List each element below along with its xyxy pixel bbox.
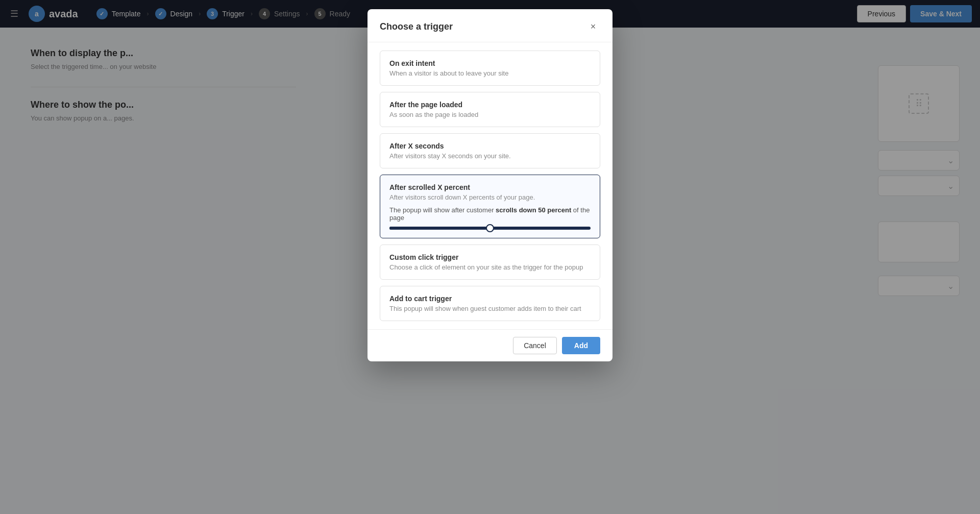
trigger-slider-label: The popup will show after customer scrol…	[389, 206, 591, 222]
modal-header: Choose a trigger ×	[368, 9, 612, 42]
choose-trigger-modal: Choose a trigger × On exit intent When a…	[368, 9, 612, 361]
trigger-card-scrolled-percent[interactable]: After scrolled X percent After visitors …	[380, 175, 600, 238]
trigger-card-x-seconds[interactable]: After X seconds After visitors stay X se…	[380, 133, 600, 168]
slider-text-prefix: The popup will show after customer	[389, 206, 496, 214]
trigger-title-add-to-cart: Add to cart trigger	[389, 295, 591, 303]
trigger-title-x-seconds: After X seconds	[389, 142, 591, 150]
add-button[interactable]: Add	[562, 337, 600, 354]
cancel-button[interactable]: Cancel	[513, 337, 557, 354]
trigger-slider-area: The popup will show after customer scrol…	[389, 206, 591, 230]
trigger-desc-scrolled-percent: After visitors scroll down X percents of…	[389, 193, 591, 201]
trigger-card-add-to-cart[interactable]: Add to cart trigger This popup will show…	[380, 286, 600, 321]
slider-thumb[interactable]	[486, 224, 494, 232]
trigger-title-page-loaded: After the page loaded	[389, 101, 591, 109]
trigger-desc-x-seconds: After visitors stay X seconds on your si…	[389, 152, 591, 160]
modal-title: Choose a trigger	[380, 21, 453, 32]
trigger-desc-custom-click: Choose a click of element on your site a…	[389, 263, 591, 271]
modal-close-button[interactable]: ×	[586, 19, 600, 34]
modal-footer: Cancel Add	[368, 329, 612, 361]
trigger-card-custom-click[interactable]: Custom click trigger Choose a click of e…	[380, 244, 600, 280]
trigger-title-custom-click: Custom click trigger	[389, 253, 591, 261]
trigger-desc-add-to-cart: This popup will show when guest customer…	[389, 305, 591, 312]
scroll-slider[interactable]	[389, 227, 591, 230]
modal-body: On exit intent When a visitor is about t…	[368, 42, 612, 329]
trigger-title-scrolled-percent: After scrolled X percent	[389, 183, 591, 191]
trigger-desc-page-loaded: As soon as the page is loaded	[389, 111, 591, 118]
slider-bold-text: scrolls down 50 percent	[496, 206, 571, 214]
trigger-desc-exit-intent: When a visitor is about to leave your si…	[389, 69, 591, 77]
trigger-title-exit-intent: On exit intent	[389, 59, 591, 67]
slider-fill	[389, 227, 490, 230]
trigger-card-exit-intent[interactable]: On exit intent When a visitor is about t…	[380, 51, 600, 86]
trigger-card-page-loaded[interactable]: After the page loaded As soon as the pag…	[380, 92, 600, 127]
